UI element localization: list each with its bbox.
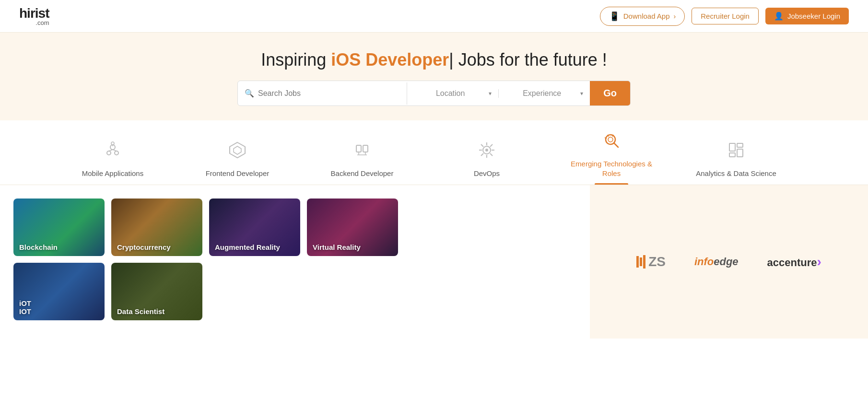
tile-blockchain-label: Blockchain [19, 243, 58, 251]
hero-title-highlight: iOS Developer [331, 50, 449, 70]
svg-point-1 [107, 151, 111, 155]
svg-point-15 [485, 149, 488, 152]
tile-blockchain-bg: Blockchain [13, 199, 105, 256]
svg-line-22 [490, 144, 493, 147]
hero-title-prefix: Inspiring [261, 50, 331, 70]
zs-bar-3 [643, 255, 645, 269]
tiles-section: Blockchain Cryptocurrency Augmented Real… [0, 185, 590, 339]
logo: hirist .com [19, 6, 49, 26]
logo-sub: .com [19, 19, 49, 26]
phone-icon: 📱 [609, 11, 620, 22]
location-dropdown[interactable]: Location ▾ [407, 89, 499, 98]
svg-rect-30 [729, 143, 735, 151]
search-input-wrap: 🔍 [238, 82, 407, 105]
tile-iot-label: iOTIOT [19, 299, 31, 316]
tile-virtual-reality[interactable]: Virtual Reality [307, 199, 398, 256]
analytics-icon [727, 140, 746, 164]
cat-nav-inner: Mobile Applications Frontend Developer [50, 120, 818, 185]
search-icon: 🔍 [245, 89, 254, 98]
accenture-text: accenture› [767, 254, 821, 269]
svg-line-23 [481, 153, 483, 156]
infoedge-rest: edge [714, 256, 738, 268]
svg-line-21 [490, 153, 493, 156]
sidebar-item-devops[interactable]: DevOps [424, 130, 549, 185]
svg-rect-31 [737, 143, 743, 147]
go-button[interactable]: Go [590, 81, 630, 105]
jobseeker-label: Jobseeker Login [787, 12, 840, 20]
tiles-row-1: Blockchain Cryptocurrency Augmented Real… [13, 199, 576, 256]
zs-bar-2 [640, 257, 642, 266]
tile-datascientist-bg: Data Scientist [111, 263, 202, 320]
svg-line-20 [481, 144, 483, 147]
brand-infoedge: infoedge [694, 256, 739, 268]
user-icon: 👤 [774, 12, 784, 21]
svg-rect-10 [363, 145, 368, 152]
tile-blockchain[interactable]: Blockchain [13, 199, 105, 256]
tile-cryptocurrency-bg: Cryptocurrency [111, 199, 202, 256]
brand-panel: ZS infoedge accenture› [590, 185, 868, 339]
hero-title: Inspiring iOS Developer| Jobs for the fu… [0, 50, 868, 70]
tile-iot[interactable]: iOTIOT [13, 263, 105, 320]
svg-line-4 [113, 150, 117, 151]
tile-iot-bg: iOTIOT [13, 263, 105, 320]
experience-label: Experience [505, 89, 578, 98]
hero-section: Inspiring iOS Developer| Jobs for the fu… [0, 33, 868, 120]
svg-marker-8 [234, 146, 241, 154]
tile-vr-label: Virtual Reality [313, 243, 361, 251]
main-content: Blockchain Cryptocurrency Augmented Real… [0, 185, 868, 339]
cat-emerging-label: Emerging Technologies & Roles [566, 159, 657, 178]
svg-line-25 [614, 143, 618, 147]
tile-vr-bg: Virtual Reality [307, 199, 398, 256]
tile-datascientist-label: Data Scientist [117, 307, 164, 316]
svg-rect-32 [737, 149, 743, 157]
cat-devops-label: DevOps [474, 169, 500, 178]
svg-rect-9 [356, 145, 361, 152]
cat-analytics-label: Analytics & Data Science [696, 169, 776, 178]
go-label: Go [603, 88, 617, 98]
infoedge-highlight: info [694, 256, 714, 268]
experience-chevron-icon: ▾ [580, 90, 583, 97]
devops-icon [477, 140, 496, 164]
recruiter-login-button[interactable]: Recruiter Login [692, 8, 759, 24]
sidebar-item-mobile[interactable]: Mobile Applications [50, 130, 175, 185]
cat-frontend-label: Frontend Developer [206, 169, 270, 178]
infoedge-text: infoedge [694, 256, 739, 268]
location-chevron-icon: ▾ [489, 90, 492, 97]
category-nav: Mobile Applications Frontend Developer [0, 120, 868, 185]
svg-rect-33 [729, 153, 735, 157]
jobseeker-login-button[interactable]: 👤 Jobseeker Login [765, 8, 849, 24]
recruiter-label: Recruiter Login [701, 12, 750, 20]
svg-line-3 [109, 150, 113, 151]
svg-point-2 [115, 151, 118, 155]
tile-data-scientist[interactable]: Data Scientist [111, 263, 202, 320]
header: hirist .com 📱 Download App › Recruiter L… [0, 0, 868, 33]
zs-bar-1 [636, 256, 639, 268]
tiles-row-2: iOTIOT Data Scientist [13, 263, 576, 320]
cat-backend-label: Backend Developer [331, 169, 394, 178]
svg-marker-7 [230, 142, 245, 158]
download-app-button[interactable]: 📱 Download App › [600, 7, 685, 26]
hero-title-suffix: | Jobs for the future ! [449, 50, 607, 70]
cat-mobile-label: Mobile Applications [82, 169, 143, 178]
sidebar-item-analytics[interactable]: Analytics & Data Science [674, 130, 798, 185]
zs-bars [636, 255, 645, 269]
header-actions: 📱 Download App › Recruiter Login 👤 Jobse… [600, 7, 849, 26]
download-label: Download App [623, 12, 670, 20]
experience-dropdown[interactable]: Experience ▾ [499, 89, 590, 98]
backend-icon [352, 140, 372, 164]
zs-text: ZS [648, 254, 666, 269]
svg-point-26 [608, 137, 613, 142]
search-bar: 🔍 Location ▾ Experience ▾ Go [237, 81, 631, 106]
mobile-icon [103, 140, 122, 164]
tile-cryptocurrency-label: Cryptocurrency [117, 243, 171, 251]
location-label: Location [414, 89, 487, 98]
sidebar-item-backend[interactable]: Backend Developer [300, 130, 424, 185]
emerging-icon [602, 131, 621, 154]
tile-augmented-reality[interactable]: Augmented Reality [209, 199, 300, 256]
tile-ar-bg: Augmented Reality [209, 199, 300, 256]
tile-cryptocurrency[interactable]: Cryptocurrency [111, 199, 202, 256]
brand-zs: ZS [636, 254, 666, 269]
search-input[interactable] [258, 82, 400, 105]
sidebar-item-frontend[interactable]: Frontend Developer [175, 130, 300, 185]
sidebar-item-emerging[interactable]: Emerging Technologies & Roles [549, 120, 674, 185]
